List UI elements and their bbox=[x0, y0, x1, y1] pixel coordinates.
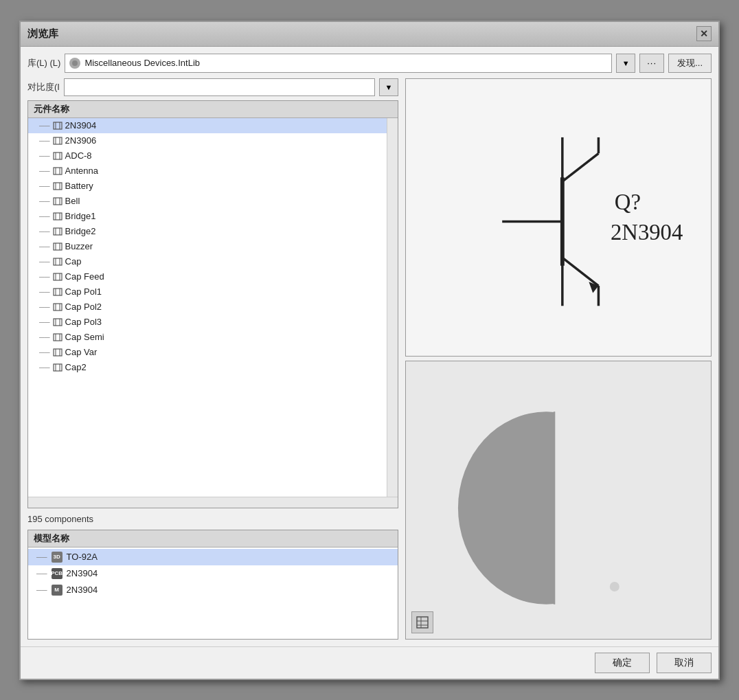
component-icon bbox=[53, 257, 62, 267]
model-list-item[interactable]: ── PCB 2N3904 bbox=[28, 565, 398, 582]
model-list[interactable]: ── 3D TO-92A ── PCB 2N3904 ── M 2N3904 bbox=[28, 547, 398, 639]
left-panel: 对比度(I ▼ 元件名称 ── 2N3904 bbox=[27, 78, 398, 640]
svg-rect-3 bbox=[54, 137, 62, 144]
component-icon bbox=[53, 136, 62, 146]
component-icon bbox=[53, 166, 62, 176]
svg-rect-15 bbox=[54, 198, 62, 205]
svg-rect-42 bbox=[54, 334, 62, 341]
svg-rect-6 bbox=[54, 153, 62, 159]
component-list-item[interactable]: ── Cap Pol2 bbox=[28, 300, 387, 315]
svg-rect-45 bbox=[54, 349, 62, 356]
model-list-item[interactable]: ── M 2N3904 bbox=[28, 582, 398, 598]
component-list-item[interactable]: ── Bridge1 bbox=[28, 209, 387, 224]
model-section: 模型名称 ── 3D TO-92A ── PCB 2N3904 ── M 2N3… bbox=[27, 530, 398, 640]
library-icon bbox=[69, 58, 80, 69]
model-type-icon: PCB bbox=[52, 568, 62, 579]
component-icon bbox=[53, 151, 62, 161]
pcb-preview bbox=[405, 361, 712, 640]
component-name: Antenna bbox=[65, 166, 98, 176]
filter-dropdown-button[interactable]: ▼ bbox=[379, 78, 398, 96]
svg-rect-24 bbox=[54, 243, 62, 250]
component-icon bbox=[53, 317, 62, 327]
filter-input[interactable] bbox=[64, 78, 375, 96]
component-list-scrollbar[interactable] bbox=[387, 118, 398, 497]
svg-rect-48 bbox=[54, 364, 62, 371]
zoom-icon bbox=[416, 616, 429, 629]
component-name: Cap Pol2 bbox=[65, 302, 102, 312]
component-icon bbox=[53, 348, 62, 357]
svg-rect-0 bbox=[54, 122, 62, 129]
component-name: Battery bbox=[65, 181, 93, 191]
component-icon bbox=[53, 242, 62, 251]
svg-point-64 bbox=[610, 582, 619, 591]
component-list-item[interactable]: ── Battery bbox=[28, 179, 387, 194]
component-name: Cap bbox=[65, 256, 82, 267]
discover-button[interactable]: 发现... bbox=[668, 54, 712, 73]
svg-rect-39 bbox=[54, 319, 62, 326]
component-name: Cap2 bbox=[65, 362, 87, 372]
component-icon bbox=[53, 363, 62, 372]
svg-rect-21 bbox=[54, 228, 62, 235]
library-path-display: Miscellaneous Devices.IntLib bbox=[65, 54, 612, 73]
model-section-header: 模型名称 bbox=[28, 530, 398, 547]
component-list-scroll[interactable]: ── 2N3904 ── 2N3906 ── bbox=[28, 118, 387, 497]
library-more-button[interactable]: ··· bbox=[639, 54, 664, 73]
component-name: Cap Semi bbox=[65, 332, 104, 342]
component-list-item[interactable]: ── Cap2 bbox=[28, 360, 387, 375]
svg-rect-62 bbox=[554, 411, 650, 604]
component-list-item[interactable]: ── Cap bbox=[28, 254, 387, 269]
schematic-preview: Q? 2N3904 bbox=[405, 78, 712, 357]
component-list-item[interactable]: ── Cap Pol1 bbox=[28, 284, 387, 300]
cancel-button[interactable]: 取消 bbox=[657, 653, 712, 673]
component-name: 2N3904 bbox=[65, 120, 97, 131]
component-name: Bridge1 bbox=[65, 211, 96, 221]
component-list-item[interactable]: ── Antenna bbox=[28, 163, 387, 179]
component-list-item[interactable]: ── Bell bbox=[28, 194, 387, 209]
pcb-zoom-button[interactable] bbox=[411, 611, 433, 633]
component-icon bbox=[53, 212, 62, 221]
component-list-item[interactable]: ── Cap Feed bbox=[28, 269, 387, 284]
bottom-buttons: 确定 取消 bbox=[21, 646, 718, 679]
component-name: Cap Pol1 bbox=[65, 286, 102, 297]
component-list-item[interactable]: ── Buzzer bbox=[28, 239, 387, 254]
model-name: 2N3904 bbox=[67, 585, 98, 595]
component-count: 195 components bbox=[27, 512, 398, 526]
svg-text:Q?: Q? bbox=[615, 190, 641, 214]
component-icon bbox=[53, 196, 62, 206]
component-icon bbox=[53, 272, 62, 282]
component-name: ADC-8 bbox=[65, 150, 92, 161]
svg-line-56 bbox=[562, 258, 599, 286]
svg-rect-27 bbox=[54, 258, 62, 265]
dialog-title: 浏览库 bbox=[27, 27, 58, 41]
list-wrapper: ── 2N3904 ── 2N3906 ── bbox=[28, 118, 398, 497]
component-list-item[interactable]: ── Cap Pol3 bbox=[28, 315, 387, 330]
component-icon bbox=[53, 287, 62, 297]
component-icon bbox=[53, 302, 62, 312]
component-list-item[interactable]: ── ADC-8 bbox=[28, 148, 387, 163]
component-list-item[interactable]: ── Cap Var bbox=[28, 345, 387, 360]
main-content: 对比度(I ▼ 元件名称 ── 2N3904 bbox=[27, 78, 712, 640]
component-icon bbox=[53, 121, 62, 131]
component-name: Buzzer bbox=[65, 241, 93, 251]
component-name: Cap Var bbox=[65, 347, 98, 357]
component-list-item[interactable]: ── 2N3904 bbox=[28, 118, 387, 133]
model-name: 2N3904 bbox=[67, 568, 98, 578]
component-name: Cap Feed bbox=[65, 271, 104, 282]
svg-line-54 bbox=[562, 153, 599, 181]
component-list-item[interactable]: ── 2N3906 bbox=[28, 133, 387, 148]
close-button[interactable]: ✕ bbox=[696, 26, 712, 41]
library-path-text: Miscellaneous Devices.IntLib bbox=[84, 58, 200, 68]
component-name: 2N3906 bbox=[65, 135, 97, 146]
model-name: TO-92A bbox=[67, 552, 98, 562]
component-list-hscrollbar[interactable] bbox=[28, 497, 398, 508]
filter-label: 对比度(I bbox=[27, 81, 60, 93]
component-list-item[interactable]: ── Bridge2 bbox=[28, 224, 387, 239]
schematic-svg: Q? 2N3904 bbox=[406, 79, 711, 357]
component-icon bbox=[53, 332, 62, 342]
right-panel: Q? 2N3904 bbox=[405, 78, 712, 640]
library-dropdown-button[interactable]: ▼ bbox=[616, 54, 635, 73]
component-name: Bell bbox=[65, 196, 80, 206]
component-list-item[interactable]: ── Cap Semi bbox=[28, 330, 387, 345]
confirm-button[interactable]: 确定 bbox=[595, 653, 650, 673]
model-list-item[interactable]: ── 3D TO-92A bbox=[28, 549, 398, 565]
